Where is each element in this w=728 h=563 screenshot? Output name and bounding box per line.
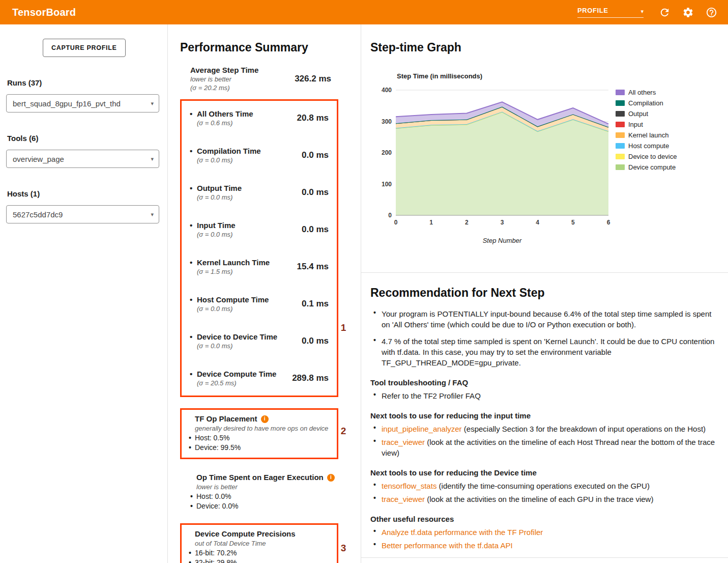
metric-label: All Others Time: [197, 109, 253, 118]
list-item-text: (look at the activities on the timeline …: [382, 438, 715, 457]
metric-label: Input Time: [197, 221, 236, 230]
runs-group: Runs (37) bert_squad_8gpu_fp16_pvt_thd ▾: [6, 78, 159, 112]
metric-label: Device Compute Time: [197, 370, 276, 378]
list-item: • tensorflow_stats (identify the time-co…: [370, 481, 718, 491]
legend-item: Device compute: [616, 162, 677, 173]
bullet: •: [190, 369, 197, 379]
legend-item: Kernel launch: [616, 130, 677, 140]
recommendation-text: 4.7 % of the total step time sampled is …: [382, 336, 718, 368]
metric-value: 0.0 ms: [302, 224, 329, 235]
list-item: • Refer to the TF2 Profiler FAQ: [370, 390, 718, 401]
metric-label: Kernel Launch Time: [197, 258, 270, 267]
info-icon[interactable]: i: [327, 474, 335, 482]
bullet: •: [190, 146, 197, 156]
tools-select[interactable]: overview_page ▾: [6, 150, 159, 168]
header-actions: PROFILE ▾: [577, 3, 721, 22]
step-time-graph-title: Step-time Graph: [370, 40, 718, 55]
hosts-label: Hosts (1): [7, 189, 159, 198]
bullet: •: [373, 336, 382, 368]
metric-value: 0.0 ms: [302, 150, 329, 160]
legend-label: Input: [628, 121, 643, 128]
section-faq: Tool troubleshooting / FAQ • Refer to th…: [370, 377, 718, 401]
legend-item: Input: [616, 119, 677, 130]
eager-execution-block: Op Time Spent on Eager Executioni lower …: [180, 472, 348, 511]
tensorflow-stats-link[interactable]: tensorflow_stats: [382, 482, 436, 490]
precision-16bit: •16-bit: 70.2%: [189, 548, 330, 558]
step-time-breakdown-box: •All Others Time (σ = 0.6 ms) 20.8 ms •C…: [180, 99, 338, 397]
metric-row-kernel-launch: •Kernel Launch Time (σ = 1.5 ms) 15.4 ms: [190, 258, 329, 276]
runs-select[interactable]: bert_squad_8gpu_fp16_pvt_thd ▾: [6, 94, 159, 112]
bullet: •: [189, 433, 195, 443]
chevron-down-icon: ▾: [151, 101, 154, 106]
bullet: •: [373, 424, 382, 434]
svg-text:200: 200: [382, 149, 392, 156]
recommendation-card: Recommendation for Next Step • Your prog…: [361, 273, 728, 558]
legend-swatch: [616, 164, 625, 170]
bullet: •: [190, 183, 197, 193]
chart-wrap: Step Time (in milliseconds) 010020030040…: [376, 72, 718, 244]
tools-select-value: overview_page: [13, 155, 64, 163]
legend-swatch: [616, 90, 625, 95]
settings-button[interactable]: [678, 3, 697, 22]
section-device-time-tools: Next tools to use for reducing the Devic…: [370, 467, 718, 504]
dashboard-select[interactable]: PROFILE ▾: [577, 7, 644, 18]
hosts-select[interactable]: 5627c5dd7dc9 ▾: [6, 205, 159, 223]
info-icon[interactable]: i: [261, 415, 269, 423]
list-item-text: (identify the time-consuming operations …: [436, 482, 650, 490]
svg-text:400: 400: [382, 87, 392, 94]
chart-x-axis-label: Step Number: [376, 237, 610, 244]
metric-value: 326.2 ms: [295, 74, 331, 84]
input-pipeline-analyzer-link[interactable]: input_pipeline_analyzer: [382, 425, 462, 433]
metric-sigma: (σ = 1.5 ms): [190, 267, 270, 276]
bullet: •: [190, 492, 196, 501]
legend-item: Device to device: [616, 151, 677, 162]
metric-value: 289.8 ms: [292, 373, 329, 383]
metric-row-host-compute: •Host Compute Time (σ = 0.0 ms) 0.1 ms: [190, 295, 329, 313]
tf-op-placement-host: •Host: 0.5%: [189, 433, 330, 443]
metric-label: Host Compute Time: [197, 295, 269, 304]
metric-label: Average Step Time: [190, 65, 258, 75]
section-heading: Other useful resources: [370, 514, 718, 524]
better-performance-tfdata-link[interactable]: Better performance with the tf.data API: [382, 541, 513, 550]
recommendation-bullet: • 4.7 % of the total step time sampled i…: [370, 336, 718, 368]
eager-title: Op Time Spent on Eager Execution: [196, 472, 324, 483]
legend-swatch: [616, 143, 625, 149]
metric-row-input: •Input Time (σ = 0.0 ms) 0.0 ms: [190, 220, 329, 239]
bullet: •: [190, 295, 197, 304]
recommendation-bullet: • Your program is POTENTIALLY input-boun…: [370, 308, 718, 330]
metric-value: 20.8 ms: [297, 113, 329, 123]
dashboard-select-value: PROFILE: [577, 7, 608, 14]
bullet: •: [373, 390, 382, 401]
recommendation-title: Recommendation for Next Step: [370, 285, 718, 300]
metric-sigma: (σ = 0.0 ms): [190, 193, 242, 202]
sidebar: CAPTURE PROFILE Runs (37) bert_squad_8gp…: [0, 24, 168, 563]
trace-viewer-link[interactable]: trace_viewer: [382, 495, 425, 503]
legend-item: Output: [616, 108, 677, 119]
bullet: •: [373, 308, 382, 330]
svg-text:100: 100: [382, 181, 392, 188]
chevron-down-icon: ▾: [640, 9, 644, 14]
metric-label: Output Time: [197, 184, 242, 192]
metric-sigma: (σ = 20.5 ms): [190, 379, 276, 387]
capture-profile-button[interactable]: CAPTURE PROFILE: [43, 39, 126, 57]
help-button[interactable]: [702, 3, 721, 22]
metric-label: Compilation Time: [197, 147, 261, 155]
list-item: • trace_viewer (look at the activities o…: [370, 494, 718, 504]
reload-button[interactable]: [655, 3, 674, 22]
bullet: •: [373, 494, 382, 504]
metric-row-compilation: •Compilation Time (σ = 0.0 ms) 0.0 ms: [190, 146, 329, 164]
bullet: •: [190, 109, 197, 119]
trace-viewer-link[interactable]: trace_viewer: [382, 438, 425, 446]
tfdata-performance-link[interactable]: Analyze tf.data performance with the TF …: [382, 528, 543, 537]
svg-text:4: 4: [536, 219, 539, 226]
tf-op-placement-title: TF Op Placement: [195, 414, 257, 424]
metric-sigma: (σ = 0.0 ms): [190, 304, 269, 313]
section-heading: Next tools to use for reducing the Devic…: [370, 467, 718, 478]
step-time-graph-card: Step-time Graph Step Time (in millisecon…: [361, 24, 728, 273]
refresh-icon: [659, 7, 671, 18]
legend-swatch: [616, 111, 625, 117]
device-compute-precisions-box: Device Compute Precisions out of Total D…: [180, 523, 338, 563]
legend-label: Device to device: [628, 153, 677, 160]
performance-summary-panel: Performance Summary Average Step Time lo…: [168, 24, 361, 563]
bullet: •: [373, 437, 382, 458]
